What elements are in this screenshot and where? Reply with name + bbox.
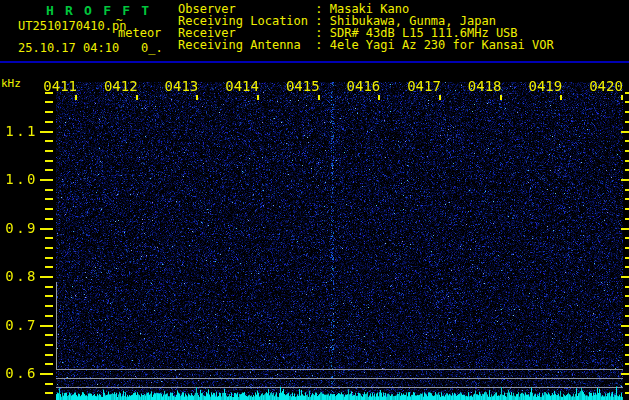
freq-axis-tick <box>625 101 629 103</box>
app-title: H R O F F T <box>46 3 151 18</box>
freq-axis-tick <box>625 315 629 317</box>
freq-axis-tick <box>625 92 629 94</box>
freq-axis-tick <box>40 179 53 181</box>
freq-axis-tick <box>45 286 53 288</box>
freq-axis-tick <box>621 373 629 375</box>
freq-axis-tick <box>625 305 629 307</box>
freq-axis-tick <box>45 150 53 152</box>
freq-axis-tick <box>625 257 629 259</box>
freq-axis-tick <box>45 247 53 249</box>
freq-unit-label: kHz <box>1 77 21 90</box>
time-axis-label: 0419 <box>527 80 562 93</box>
freq-axis-label: 0.8 <box>0 270 38 283</box>
freq-axis-tick <box>45 140 53 142</box>
time-axis-label: 0415 <box>285 80 320 93</box>
meteor-overlay-label: meteor <box>118 26 161 40</box>
time-axis-label: 0412 <box>103 80 138 93</box>
time-axis-tick <box>500 95 502 100</box>
time-axis-label: 0417 <box>406 80 441 93</box>
freq-axis-tick <box>45 354 53 356</box>
time-axis-label: 0413 <box>163 80 198 93</box>
freq-axis-tick <box>625 121 629 123</box>
freq-axis-tick <box>45 383 53 385</box>
echo-counter: 0_. <box>141 41 163 55</box>
freq-axis-tick <box>45 392 53 394</box>
station-info-row: Receiving Antenna : 4ele Yagi Az 230 for… <box>178 39 554 51</box>
freq-axis-label: 0.6 <box>0 367 38 380</box>
freq-axis-tick <box>45 295 53 297</box>
freq-axis-tick <box>625 354 629 356</box>
freq-axis-tick <box>45 92 53 94</box>
freq-axis-tick <box>625 208 629 210</box>
freq-axis-tick <box>45 315 53 317</box>
freq-axis-tick <box>621 276 629 278</box>
freq-axis-tick <box>625 266 629 268</box>
time-axis-tick <box>560 95 562 100</box>
hrofft-output-image: H R O F F T UT2510170410.pn ~ meteor 25.… <box>0 0 629 400</box>
freq-axis-tick <box>45 198 53 200</box>
freq-axis-tick <box>621 228 629 230</box>
freq-axis-tick <box>621 179 629 181</box>
freq-axis-tick <box>625 160 629 162</box>
freq-axis-tick <box>625 383 629 385</box>
freq-axis-tick <box>625 295 629 297</box>
time-axis-label: 0414 <box>224 80 259 93</box>
freq-axis-tick <box>45 363 53 365</box>
freq-axis-tick <box>40 276 53 278</box>
freq-axis-tick <box>40 373 53 375</box>
freq-axis-tick <box>625 169 629 171</box>
time-axis-tick <box>196 95 198 100</box>
freq-axis-tick <box>625 237 629 239</box>
freq-axis-tick <box>40 325 53 327</box>
header-divider <box>0 61 629 63</box>
time-axis-tick <box>439 95 441 100</box>
station-info-block: Observer : Masaki KanoReceiving Location… <box>178 3 554 51</box>
time-axis-label: 0420 <box>588 80 623 93</box>
freq-axis-label: 0.7 <box>0 319 38 332</box>
freq-axis-tick <box>45 237 53 239</box>
freq-axis-tick <box>45 208 53 210</box>
freq-axis-tick <box>625 286 629 288</box>
freq-axis-tick <box>45 169 53 171</box>
time-axis-tick <box>318 95 320 100</box>
freq-axis-tick <box>625 198 629 200</box>
freq-axis-label: 1.1 <box>0 125 38 138</box>
spectrogram-canvas <box>56 82 623 400</box>
time-axis-label: 0418 <box>467 80 502 93</box>
freq-axis-tick <box>45 334 53 336</box>
time-axis-tick <box>257 95 259 100</box>
freq-axis-tick <box>45 344 53 346</box>
freq-axis-tick <box>45 218 53 220</box>
freq-axis-tick <box>625 140 629 142</box>
freq-axis-tick <box>40 131 53 133</box>
freq-axis-tick <box>625 111 629 113</box>
freq-axis-tick <box>625 189 629 191</box>
freq-axis-tick <box>45 121 53 123</box>
time-axis-tick <box>75 95 77 100</box>
freq-axis-tick <box>625 247 629 249</box>
time-axis-tick <box>378 95 380 100</box>
freq-axis-tick <box>625 344 629 346</box>
freq-axis-tick <box>625 218 629 220</box>
time-axis-label: 0416 <box>345 80 380 93</box>
freq-axis-tick <box>40 228 53 230</box>
freq-axis-label: 1.0 <box>0 173 38 186</box>
freq-axis-tick <box>621 131 629 133</box>
freq-axis-tick <box>621 325 629 327</box>
freq-axis-tick <box>45 101 53 103</box>
freq-axis-tick <box>625 392 629 394</box>
freq-axis-tick <box>45 305 53 307</box>
freq-axis-tick <box>45 160 53 162</box>
filename-label: UT2510170410.pn <box>18 19 126 33</box>
freq-axis-label: 0.9 <box>0 222 38 235</box>
freq-axis-tick <box>45 257 53 259</box>
freq-axis-tick <box>45 111 53 113</box>
freq-axis-tick <box>625 363 629 365</box>
time-axis-tick <box>136 95 138 100</box>
freq-axis-tick <box>45 189 53 191</box>
freq-axis-tick <box>625 150 629 152</box>
freq-axis-tick <box>45 266 53 268</box>
time-axis-tick <box>621 95 623 100</box>
freq-axis-tick <box>625 334 629 336</box>
datetime-label: 25.10.17 04:10 <box>18 41 119 55</box>
